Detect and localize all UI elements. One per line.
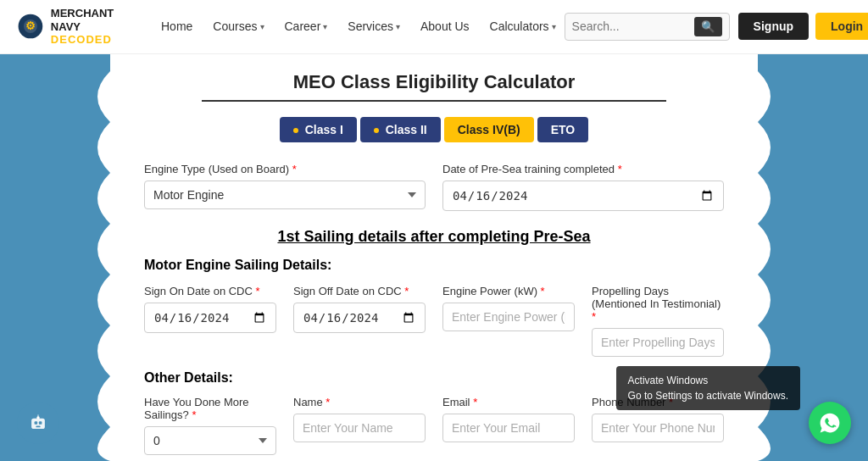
sailings-group: Have You Done More Sailings? * 0 1 2 3 <box>144 396 276 455</box>
windows-line1: Activate Windows <box>628 373 788 388</box>
svg-rect-8 <box>36 426 40 428</box>
search-input[interactable] <box>572 19 691 33</box>
sailings-label: Have You Done More Sailings? * <box>144 396 276 421</box>
logo: ⚙ MERCHANT NAVY DECODED <box>17 7 127 47</box>
sign-off-required: * <box>404 285 409 297</box>
svg-rect-6 <box>35 421 38 425</box>
tab-class-4b[interactable]: Class IV(B) <box>444 117 534 142</box>
login-button[interactable]: Login <box>815 13 868 40</box>
svg-text:⚙: ⚙ <box>25 19 36 32</box>
sailing-details-row: Sign On Date on CDC * Sign Off Date on C… <box>144 285 724 357</box>
propelling-days-group: Propelling Days (Mentioned In Testimonia… <box>592 285 724 357</box>
whatsapp-icon <box>818 411 842 435</box>
logo-line2: DECODED <box>51 33 127 47</box>
engine-type-group: Engine Type (Used on Board) * Motor Engi… <box>144 163 426 209</box>
subsection-title: Motor Engine Sailing Details: <box>144 258 724 273</box>
name-group: Name * <box>293 396 426 442</box>
bot-button[interactable] <box>17 402 59 444</box>
title-divider <box>202 100 665 102</box>
email-input[interactable] <box>442 414 575 442</box>
engine-power-group: Engine Power (kW) * <box>442 285 575 331</box>
engine-type-select[interactable]: Motor Engine Steam Engine <box>144 181 426 209</box>
email-required: * <box>473 396 477 408</box>
svg-rect-3 <box>0 71 110 461</box>
propelling-days-input[interactable] <box>592 328 724 357</box>
sign-off-group: Sign Off Date on CDC * <box>293 285 426 333</box>
svg-rect-7 <box>39 421 42 425</box>
date-pre-sea-required: * <box>618 163 622 175</box>
sailings-select[interactable]: 0 1 2 3 <box>144 426 276 455</box>
nav-courses[interactable]: Courses▾ <box>204 14 272 38</box>
date-pre-sea-group: Date of Pre-Sea training completed * <box>442 163 724 211</box>
calculators-caret-icon: ▾ <box>552 22 556 31</box>
sign-off-label: Sign Off Date on CDC * <box>293 285 426 297</box>
career-caret-icon: ▾ <box>323 22 327 31</box>
sign-off-input[interactable] <box>293 303 426 333</box>
nav-about[interactable]: About Us <box>412 14 478 38</box>
windows-activation-overlay: Activate Windows Go to Settings to activ… <box>616 366 800 410</box>
name-required: * <box>326 396 330 408</box>
svg-rect-10 <box>38 414 39 417</box>
engine-type-required: * <box>292 163 297 175</box>
wave-left-decoration <box>0 71 110 461</box>
class-tabs: Class I Class II Class IV(B) ETO <box>144 117 724 142</box>
date-pre-sea-label: Date of Pre-Sea training completed * <box>442 163 724 175</box>
tab-class-1[interactable]: Class I <box>280 117 357 142</box>
nav-home[interactable]: Home <box>153 14 201 38</box>
engine-type-label: Engine Type (Used on Board) * <box>144 163 426 175</box>
sign-on-group: Sign On Date on CDC * <box>144 285 276 333</box>
nav-services[interactable]: Services▾ <box>339 14 409 38</box>
header: ⚙ MERCHANT NAVY DECODED Home Courses▾ Ca… <box>0 0 868 54</box>
date-pre-sea-input[interactable] <box>442 181 724 211</box>
section1-title: 1st Sailing details after completing Pre… <box>144 228 724 246</box>
name-label: Name * <box>293 396 426 408</box>
email-group: Email * <box>442 396 575 442</box>
class1-dot <box>293 128 298 133</box>
engine-power-label: Engine Power (kW) * <box>442 285 575 297</box>
nav-career[interactable]: Career▾ <box>276 14 337 38</box>
tab-eto[interactable]: ETO <box>537 117 589 142</box>
main-nav: Home Courses▾ Career▾ Services▾ About Us… <box>153 14 565 38</box>
nav-calculators[interactable]: Calculators▾ <box>481 14 565 38</box>
name-input[interactable] <box>293 414 426 442</box>
bot-icon <box>26 411 50 435</box>
class2-dot <box>374 128 379 133</box>
engine-date-row: Engine Type (Used on Board) * Motor Engi… <box>144 163 724 211</box>
windows-line2: Go to Settings to activate Windows. <box>628 388 788 403</box>
search-area: 🔍 <box>565 13 730 41</box>
propelling-days-label: Propelling Days (Mentioned In Testimonia… <box>592 285 724 323</box>
page-title: MEO Class Eligibility Calculator <box>144 71 724 93</box>
tab-class-2[interactable]: Class II <box>360 117 441 142</box>
logo-line1: MERCHANT NAVY <box>51 7 127 33</box>
whatsapp-button[interactable] <box>809 402 851 444</box>
logo-icon: ⚙ <box>17 9 44 43</box>
courses-caret-icon: ▾ <box>260 22 264 31</box>
sign-on-input[interactable] <box>144 303 276 333</box>
email-label: Email * <box>442 396 575 408</box>
propelling-days-required: * <box>592 310 596 323</box>
sign-on-required: * <box>256 285 260 297</box>
services-caret-icon: ▾ <box>396 22 400 31</box>
engine-power-required: * <box>541 285 545 297</box>
signup-button[interactable]: Signup <box>738 13 809 40</box>
sign-on-label: Sign On Date on CDC * <box>144 285 276 297</box>
search-button[interactable]: 🔍 <box>694 17 722 36</box>
engine-power-input[interactable] <box>442 303 575 331</box>
sailings-required: * <box>192 408 196 421</box>
phone-input[interactable] <box>592 414 724 442</box>
